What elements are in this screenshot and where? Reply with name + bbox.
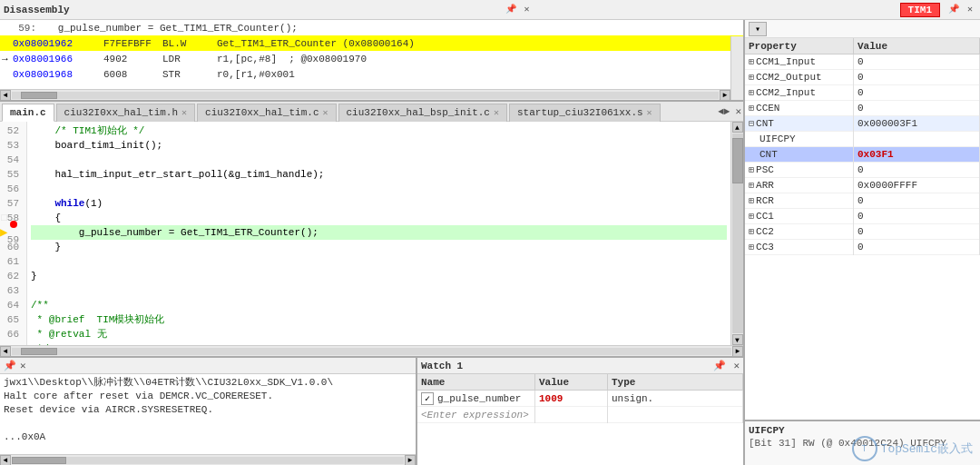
prop-name-psc: ⊞ PSC: [745, 163, 854, 178]
prop-row-uifcpy[interactable]: UIFCPY: [745, 132, 980, 147]
line-num-59: ▶ 59: [0, 225, 23, 240]
watch-row-1[interactable]: ✓ g_pulse_number 1009 unsign.: [417, 391, 743, 407]
disassembly-hscrollbar[interactable]: ◄ ►: [0, 89, 730, 100]
prop-row-ccm2-output[interactable]: ⊞ CCM2_Output 0: [745, 70, 980, 85]
console-pin-icon[interactable]: 📌: [4, 360, 16, 371]
line-num-63: 63: [0, 283, 23, 298]
prop-row-ccm1-input[interactable]: ⊞ CCM1_Input 0: [745, 54, 980, 70]
prop-row-arr[interactable]: ⊞ ARR 0x0000FFFF: [745, 178, 980, 193]
property-description: UIFCPY [Bit 31] RW (@ 0x40012C24) UIFCPY: [745, 420, 980, 465]
watch-type-cell: unsign.: [608, 391, 743, 407]
hscroll-thumb: [21, 348, 57, 355]
prop-row-ccen[interactable]: ⊞ CCEN 0: [745, 101, 980, 116]
vscroll-up-btn[interactable]: ▲: [732, 122, 743, 133]
prop-row-cc3[interactable]: ⊞ CC3 0: [745, 240, 980, 255]
close-icon[interactable]: ✕: [521, 3, 534, 15]
vscroll-thumb: [732, 138, 743, 183]
console-hscrollbar[interactable]: ◄ ►: [0, 454, 416, 465]
line-num-54: 54: [0, 153, 23, 167]
tim1-pin-icon[interactable]: 📌: [947, 3, 960, 15]
prop-row-cnt-child[interactable]: CNT 0x03F1: [745, 147, 980, 163]
tab-close-icon[interactable]: ✕: [181, 107, 187, 118]
console-close-icon[interactable]: ✕: [20, 360, 26, 371]
property-col-headers: Property Value: [745, 38, 980, 54]
tab-close-icon[interactable]: ✕: [647, 107, 652, 118]
code-editor[interactable]: /* TIM1初始化 */ board_tim1_init(); hal_tim…: [27, 122, 730, 345]
watch-col-name: Name: [417, 374, 535, 391]
tab-close-icon[interactable]: ✕: [494, 107, 499, 118]
expand-icon[interactable]: ⊞: [749, 103, 754, 114]
watch-col-value: Value: [535, 374, 608, 391]
prop-row-psc[interactable]: ⊞ PSC 0: [745, 163, 980, 178]
prop-name-cc3: ⊞ CC3: [745, 240, 854, 255]
tim1-tab[interactable]: TIM1: [900, 3, 940, 17]
vscroll-down-btn[interactable]: ▼: [732, 334, 743, 345]
console-scroll-right[interactable]: ►: [405, 455, 416, 466]
hscroll-right-btn[interactable]: ►: [732, 346, 743, 357]
line-num-52: 52: [0, 124, 23, 138]
tim1-close-icon[interactable]: ✕: [964, 3, 976, 15]
expand-icon[interactable]: ⊞: [749, 56, 754, 67]
vscroll-track[interactable]: [732, 134, 743, 333]
prop-col-property: Property: [745, 38, 854, 54]
tabs-close-all-icon[interactable]: ✕: [735, 105, 741, 117]
watch-enter-expr[interactable]: <Enter expression>: [417, 407, 535, 423]
dis-row-addr: 0x08001968: [13, 69, 103, 80]
prop-row-cnt-parent[interactable]: ⊟ CNT 0x000003F1: [745, 116, 980, 132]
expand-icon[interactable]: ⊞: [749, 180, 754, 191]
prop-row-cc1[interactable]: ⊞ CC1 0: [745, 209, 980, 224]
prop-name-ccm2-output: ⊞ CCM2_Output: [745, 70, 854, 85]
tab-hal-bsp-init-c[interactable]: ciu32I0xx_hal_bsp_init.c ✕: [338, 104, 507, 122]
code-hscrollbar[interactable]: ◄ ►: [0, 345, 743, 356]
prop-name-arr: ⊞ ARR: [745, 178, 854, 193]
disassembly-vscrollbar[interactable]: [730, 36, 743, 100]
watch-title: Watch 1: [421, 361, 463, 371]
watch-table: Name Value Type ✓ g_pulse_number: [417, 374, 743, 465]
console-header: 📌 ✕: [0, 358, 416, 374]
watch-pin-icon[interactable]: 📌: [713, 360, 726, 371]
prop-name-cnt-parent: ⊟ CNT: [745, 116, 854, 132]
prop-name-ccen: ⊞ CCEN: [745, 101, 854, 116]
hscroll-track[interactable]: [12, 348, 731, 355]
expand-icon[interactable]: ⊞: [749, 242, 754, 252]
watch-checkbox[interactable]: ✓: [421, 392, 434, 405]
line-num-67: 67: [0, 341, 23, 345]
console-scroll-left[interactable]: ◄: [0, 455, 11, 466]
code-line-60: }: [31, 240, 727, 254]
console-scroll-thumb: [12, 457, 66, 464]
expand-icon[interactable]: ⊞: [749, 195, 754, 206]
prop-row-ccm2-input[interactable]: ⊞ CCM2_Input 0: [745, 85, 980, 101]
prop-value-rcr: 0: [854, 193, 980, 209]
code-tabs: main.c ciu32I0xx_hal_tim.h ✕ ciu32I0xx_h…: [0, 102, 743, 122]
hscroll-left-btn[interactable]: ◄: [0, 346, 11, 357]
console-scroll-track[interactable]: [12, 457, 404, 464]
tab-close-icon[interactable]: ✕: [322, 107, 328, 118]
tab-main-c[interactable]: main.c: [2, 104, 54, 122]
prop-row-rcr[interactable]: ⊞ RCR 0: [745, 193, 980, 209]
tab-hal-tim-c[interactable]: ciu32I0xx_hal_tim.c ✕: [197, 104, 336, 122]
expand-icon[interactable]: ⊞: [749, 72, 754, 83]
expand-icon[interactable]: ⊞: [749, 211, 754, 222]
tab-hal-tim-h[interactable]: ciu32I0xx_hal_tim.h ✕: [56, 104, 195, 122]
scroll-track[interactable]: [12, 92, 719, 99]
tim1-dropdown-btn[interactable]: ▾: [749, 22, 767, 36]
expand-icon[interactable]: ⊞: [749, 164, 754, 175]
tab-startup[interactable]: startup_ciu32I061xx.s ✕: [509, 104, 661, 122]
expand-icon[interactable]: ⊟: [749, 118, 754, 129]
dis-arrow-icon: →: [2, 54, 13, 64]
expand-icon[interactable]: ⊞: [749, 226, 754, 237]
dis-row-operands: r0,[r1,#0x001: [217, 69, 295, 80]
line-num-60: 60: [0, 240, 23, 254]
watch-close-icon[interactable]: ✕: [733, 360, 740, 371]
code-vscrollbar[interactable]: ▲ ▼: [730, 122, 743, 345]
scroll-left-btn[interactable]: ◄: [0, 90, 11, 101]
watch-row-enter[interactable]: <Enter expression>: [417, 407, 743, 423]
line-num-61: 61: [0, 254, 23, 269]
prop-row-cc2[interactable]: ⊞ CC2 0: [745, 224, 980, 240]
line-num-56: 56: [0, 182, 23, 196]
scroll-right-btn[interactable]: ►: [720, 90, 730, 101]
checkbox-check-icon: ✓: [425, 393, 430, 404]
expand-icon[interactable]: ⊞: [749, 87, 754, 98]
pin-icon[interactable]: 📌: [505, 3, 517, 15]
tabs-arrow-icon[interactable]: ◄►: [718, 106, 730, 117]
